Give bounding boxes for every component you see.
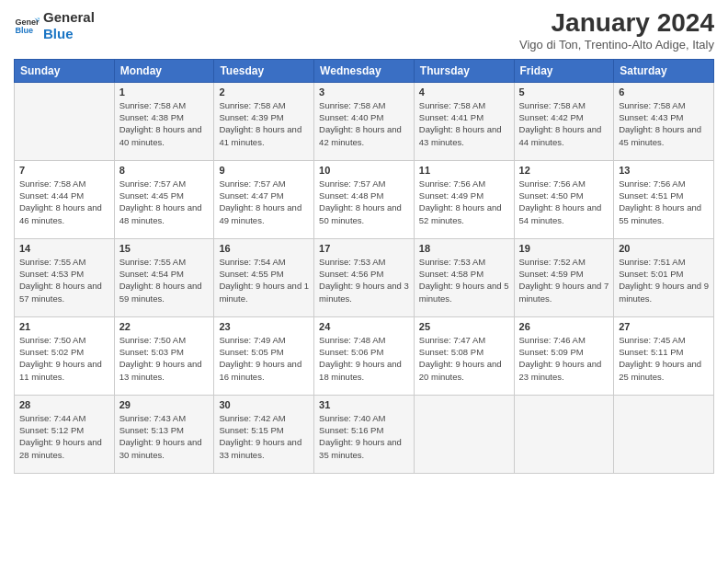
day-number: 11	[419, 165, 509, 176]
day-number: 29	[119, 399, 210, 410]
svg-text:General: General	[15, 17, 40, 27]
cell-info: Sunrise: 7:42 AMSunset: 5:15 PMDaylight:…	[219, 412, 309, 461]
cell-info: Sunrise: 7:58 AMSunset: 4:43 PMDaylight:…	[619, 99, 709, 148]
cell-info: Sunrise: 7:50 AMSunset: 5:02 PMDaylight:…	[19, 334, 109, 383]
cell-info: Sunrise: 7:58 AMSunset: 4:41 PMDaylight:…	[419, 99, 509, 148]
header-saturday: Saturday	[614, 59, 714, 82]
day-number: 31	[319, 399, 409, 410]
day-number: 5	[519, 86, 609, 98]
cell-info: Sunrise: 7:57 AMSunset: 4:45 PMDaylight:…	[119, 178, 210, 226]
day-number: 22	[119, 321, 210, 332]
calendar-week-4: 28Sunrise: 7:44 AMSunset: 5:12 PMDayligh…	[15, 395, 714, 473]
header-thursday: Thursday	[414, 59, 514, 82]
cell-info: Sunrise: 7:53 AMSunset: 4:56 PMDaylight:…	[319, 256, 409, 304]
logo: General Blue General Blue	[14, 9, 95, 42]
calendar-cell	[514, 395, 614, 473]
header-friday: Friday	[514, 59, 614, 82]
day-number: 2	[219, 86, 309, 98]
calendar-cell: 11Sunrise: 7:56 AMSunset: 4:49 PMDayligh…	[414, 160, 514, 238]
calendar-week-3: 21Sunrise: 7:50 AMSunset: 5:02 PMDayligh…	[15, 316, 714, 395]
day-number: 18	[419, 243, 509, 254]
month-title: January 2024	[519, 9, 714, 38]
calendar-cell	[414, 395, 514, 473]
cell-info: Sunrise: 7:50 AMSunset: 5:03 PMDaylight:…	[119, 334, 210, 383]
cell-info: Sunrise: 7:45 AMSunset: 5:11 PMDaylight:…	[619, 334, 709, 383]
calendar-cell: 2Sunrise: 7:58 AMSunset: 4:39 PMDaylight…	[214, 82, 314, 160]
calendar-cell: 30Sunrise: 7:42 AMSunset: 5:15 PMDayligh…	[214, 395, 314, 473]
location: Vigo di Ton, Trentino-Alto Adige, Italy	[519, 38, 714, 52]
calendar-cell: 18Sunrise: 7:53 AMSunset: 4:58 PMDayligh…	[414, 238, 514, 316]
day-number: 16	[219, 243, 309, 254]
day-number: 24	[319, 321, 409, 332]
logo-blue: Blue	[43, 26, 95, 42]
calendar-cell: 19Sunrise: 7:52 AMSunset: 4:59 PMDayligh…	[514, 238, 614, 316]
calendar-cell: 24Sunrise: 7:48 AMSunset: 5:06 PMDayligh…	[314, 316, 415, 395]
day-number: 20	[619, 243, 709, 254]
cell-info: Sunrise: 7:55 AMSunset: 4:53 PMDaylight:…	[19, 256, 109, 304]
cell-info: Sunrise: 7:58 AMSunset: 4:40 PMDaylight:…	[319, 99, 409, 148]
cell-info: Sunrise: 7:53 AMSunset: 4:58 PMDaylight:…	[419, 256, 509, 304]
calendar-cell: 23Sunrise: 7:49 AMSunset: 5:05 PMDayligh…	[214, 316, 314, 395]
calendar-cell: 10Sunrise: 7:57 AMSunset: 4:48 PMDayligh…	[314, 160, 415, 238]
cell-info: Sunrise: 7:48 AMSunset: 5:06 PMDaylight:…	[319, 334, 409, 383]
calendar-header-row: Sunday Monday Tuesday Wednesday Thursday…	[15, 59, 714, 82]
header-wednesday: Wednesday	[314, 59, 415, 82]
calendar-cell	[15, 82, 115, 160]
day-number: 8	[119, 165, 210, 176]
calendar-cell: 22Sunrise: 7:50 AMSunset: 5:03 PMDayligh…	[114, 316, 214, 395]
cell-info: Sunrise: 7:56 AMSunset: 4:49 PMDaylight:…	[419, 178, 509, 226]
calendar-cell: 25Sunrise: 7:47 AMSunset: 5:08 PMDayligh…	[414, 316, 514, 395]
day-number: 21	[19, 321, 109, 332]
day-number: 19	[519, 243, 609, 254]
cell-info: Sunrise: 7:55 AMSunset: 4:54 PMDaylight:…	[119, 256, 210, 304]
calendar-cell: 13Sunrise: 7:56 AMSunset: 4:51 PMDayligh…	[614, 160, 714, 238]
calendar-cell: 21Sunrise: 7:50 AMSunset: 5:02 PMDayligh…	[15, 316, 115, 395]
cell-info: Sunrise: 7:57 AMSunset: 4:48 PMDaylight:…	[319, 178, 409, 226]
calendar-table: Sunday Monday Tuesday Wednesday Thursday…	[14, 59, 714, 474]
cell-info: Sunrise: 7:47 AMSunset: 5:08 PMDaylight:…	[419, 334, 509, 383]
calendar-cell: 15Sunrise: 7:55 AMSunset: 4:54 PMDayligh…	[114, 238, 214, 316]
header-sunday: Sunday	[15, 59, 115, 82]
calendar-cell: 29Sunrise: 7:43 AMSunset: 5:13 PMDayligh…	[114, 395, 214, 473]
day-number: 14	[19, 243, 109, 254]
cell-info: Sunrise: 7:58 AMSunset: 4:44 PMDaylight:…	[19, 178, 109, 226]
day-number: 3	[319, 86, 409, 98]
calendar-cell: 9Sunrise: 7:57 AMSunset: 4:47 PMDaylight…	[214, 160, 314, 238]
calendar-cell: 14Sunrise: 7:55 AMSunset: 4:53 PMDayligh…	[15, 238, 115, 316]
day-number: 17	[319, 243, 409, 254]
main-container: General Blue General Blue January 2024 V…	[0, 0, 728, 478]
cell-info: Sunrise: 7:51 AMSunset: 5:01 PMDaylight:…	[619, 256, 709, 304]
title-block: January 2024 Vigo di Ton, Trentino-Alto …	[519, 9, 714, 52]
day-number: 26	[519, 321, 609, 332]
calendar-cell: 31Sunrise: 7:40 AMSunset: 5:16 PMDayligh…	[314, 395, 415, 473]
logo-general: General	[43, 9, 95, 26]
day-number: 9	[219, 165, 309, 176]
header-tuesday: Tuesday	[214, 59, 314, 82]
day-number: 12	[519, 165, 609, 176]
cell-info: Sunrise: 7:56 AMSunset: 4:51 PMDaylight:…	[619, 178, 709, 226]
cell-info: Sunrise: 7:46 AMSunset: 5:09 PMDaylight:…	[519, 334, 609, 383]
calendar-cell: 20Sunrise: 7:51 AMSunset: 5:01 PMDayligh…	[614, 238, 714, 316]
day-number: 28	[19, 399, 109, 410]
header-monday: Monday	[114, 59, 214, 82]
cell-info: Sunrise: 7:58 AMSunset: 4:39 PMDaylight:…	[219, 99, 309, 148]
day-number: 25	[419, 321, 509, 332]
calendar-week-0: 1Sunrise: 7:58 AMSunset: 4:38 PMDaylight…	[15, 82, 714, 160]
calendar-cell	[614, 395, 714, 473]
calendar-cell: 6Sunrise: 7:58 AMSunset: 4:43 PMDaylight…	[614, 82, 714, 160]
calendar-cell: 8Sunrise: 7:57 AMSunset: 4:45 PMDaylight…	[114, 160, 214, 238]
calendar-week-1: 7Sunrise: 7:58 AMSunset: 4:44 PMDaylight…	[15, 160, 714, 238]
day-number: 15	[119, 243, 210, 254]
calendar-cell: 5Sunrise: 7:58 AMSunset: 4:42 PMDaylight…	[514, 82, 614, 160]
day-number: 4	[419, 86, 509, 98]
calendar-cell: 17Sunrise: 7:53 AMSunset: 4:56 PMDayligh…	[314, 238, 415, 316]
calendar-cell: 28Sunrise: 7:44 AMSunset: 5:12 PMDayligh…	[15, 395, 115, 473]
calendar-cell: 4Sunrise: 7:58 AMSunset: 4:41 PMDaylight…	[414, 82, 514, 160]
cell-info: Sunrise: 7:40 AMSunset: 5:16 PMDaylight:…	[319, 412, 409, 461]
cell-info: Sunrise: 7:43 AMSunset: 5:13 PMDaylight:…	[119, 412, 210, 461]
cell-info: Sunrise: 7:58 AMSunset: 4:38 PMDaylight:…	[119, 99, 210, 148]
calendar-cell: 3Sunrise: 7:58 AMSunset: 4:40 PMDaylight…	[314, 82, 415, 160]
calendar-cell: 12Sunrise: 7:56 AMSunset: 4:50 PMDayligh…	[514, 160, 614, 238]
day-number: 27	[619, 321, 709, 332]
svg-text:Blue: Blue	[15, 26, 33, 35]
